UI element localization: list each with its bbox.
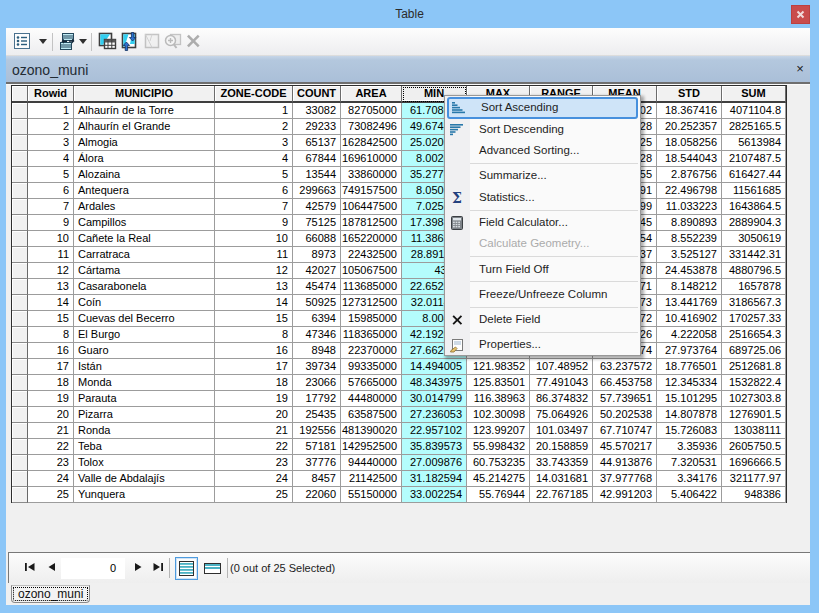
- table-options-dropdown-icon[interactable]: [39, 39, 47, 44]
- cell-std[interactable]: 14.807878: [657, 407, 722, 423]
- menu-item-sort-ascending[interactable]: Sort Ascending: [447, 97, 638, 119]
- cell-area[interactable]: 63587500: [341, 407, 402, 423]
- cell-mean[interactable]: 50.202538: [593, 407, 657, 423]
- row-selector[interactable]: [12, 247, 28, 263]
- row-selector[interactable]: [12, 375, 28, 391]
- cell-sum[interactable]: 1276901.5: [722, 407, 786, 423]
- cell-rowid[interactable]: 22: [28, 439, 74, 455]
- menu-item-field-calculator[interactable]: Field Calculator...: [445, 212, 640, 234]
- cell-municipio[interactable]: Alozaina: [74, 167, 215, 183]
- cell-area[interactable]: 21142500: [341, 471, 402, 487]
- cell-rowid[interactable]: 5: [28, 167, 74, 183]
- cell-mean[interactable]: 57.739651: [593, 391, 657, 407]
- switch-selection-icon[interactable]: [119, 31, 139, 52]
- row-selector[interactable]: [12, 167, 28, 183]
- cell-mean[interactable]: 66.453758: [593, 375, 657, 391]
- cell-std[interactable]: 15.726083: [657, 423, 722, 439]
- cell-count[interactable]: 299663: [293, 183, 341, 199]
- cell-mean[interactable]: 44.913876: [593, 455, 657, 471]
- row-selector[interactable]: [12, 215, 28, 231]
- row-selector[interactable]: [12, 279, 28, 295]
- cell-rowid[interactable]: 23: [28, 455, 74, 471]
- related-tables-dropdown-icon[interactable]: [79, 39, 87, 44]
- column-header-zone-code[interactable]: ZONE-CODE: [215, 86, 293, 103]
- cell-count[interactable]: 39734: [293, 359, 341, 375]
- menu-item-sort-descending[interactable]: Sort Descending: [445, 119, 640, 141]
- cell-zone_code[interactable]: 15: [215, 311, 293, 327]
- cell-count[interactable]: 50925: [293, 295, 341, 311]
- cell-mean[interactable]: 63.237572: [593, 359, 657, 375]
- cell-rowid[interactable]: 20: [28, 407, 74, 423]
- cell-municipio[interactable]: Tolox: [74, 455, 215, 471]
- cell-sum[interactable]: 4880796.5: [722, 263, 786, 279]
- highlight-selected-icon[interactable]: [97, 31, 117, 52]
- row-selector[interactable]: [12, 487, 28, 503]
- row-selector[interactable]: [12, 471, 28, 487]
- menu-item-properties[interactable]: Properties...: [445, 334, 640, 356]
- row-selector[interactable]: [12, 135, 28, 151]
- cell-rowid[interactable]: 6: [28, 183, 74, 199]
- cell-zone_code[interactable]: 25: [215, 487, 293, 503]
- last-record-button[interactable]: [149, 557, 167, 577]
- cell-min[interactable]: 33.002254: [402, 487, 467, 503]
- cell-rowid[interactable]: 17: [28, 359, 74, 375]
- cell-rowid[interactable]: 11: [28, 247, 74, 263]
- cell-zone_code[interactable]: 1: [215, 103, 293, 119]
- table-options-icon[interactable]: [12, 31, 32, 52]
- cell-municipio[interactable]: Yunquera: [74, 487, 215, 503]
- cell-range[interactable]: 75.064926: [530, 407, 593, 423]
- cell-max[interactable]: 55.76944: [467, 487, 530, 503]
- cell-area[interactable]: 82705000: [341, 103, 402, 119]
- column-header-rowid[interactable]: Rowid: [28, 86, 74, 103]
- cell-std[interactable]: 24.453878: [657, 263, 722, 279]
- cell-sum[interactable]: 1657878: [722, 279, 786, 295]
- title-bar[interactable]: Table: [0, 0, 819, 28]
- cell-mean[interactable]: 37.977768: [593, 471, 657, 487]
- cell-min[interactable]: 22.957102: [402, 423, 467, 439]
- cell-area[interactable]: 94440000: [341, 455, 402, 471]
- cell-zone_code[interactable]: 8: [215, 327, 293, 343]
- cell-std[interactable]: 20.252357: [657, 119, 722, 135]
- cell-count[interactable]: 66088: [293, 231, 341, 247]
- cell-std[interactable]: 11.033223: [657, 199, 722, 215]
- cell-zone_code[interactable]: 2: [215, 119, 293, 135]
- cell-count[interactable]: 47346: [293, 327, 341, 343]
- column-header-selector[interactable]: [12, 86, 28, 103]
- cell-std[interactable]: 13.441769: [657, 295, 722, 311]
- cell-min[interactable]: 48.343975: [402, 375, 467, 391]
- cell-area[interactable]: 481390020: [341, 423, 402, 439]
- cell-std[interactable]: 27.973764: [657, 343, 722, 359]
- cell-sum[interactable]: 3050619: [722, 231, 786, 247]
- cell-municipio[interactable]: Cártama: [74, 263, 215, 279]
- cell-zone_code[interactable]: 12: [215, 263, 293, 279]
- cell-municipio[interactable]: Cuevas del Becerro: [74, 311, 215, 327]
- cell-rowid[interactable]: 2: [28, 119, 74, 135]
- cell-rowid[interactable]: 21: [28, 423, 74, 439]
- row-selector[interactable]: [12, 327, 28, 343]
- cell-zone_code[interactable]: 5: [215, 167, 293, 183]
- cell-zone_code[interactable]: 11: [215, 247, 293, 263]
- cell-area[interactable]: 99335000: [341, 359, 402, 375]
- cell-range[interactable]: 20.158859: [530, 439, 593, 455]
- cell-sum[interactable]: 170257.33: [722, 311, 786, 327]
- cell-std[interactable]: 8.552239: [657, 231, 722, 247]
- row-selector[interactable]: [12, 343, 28, 359]
- row-selector[interactable]: [12, 199, 28, 215]
- cell-std[interactable]: 12.345334: [657, 375, 722, 391]
- cell-min[interactable]: 14.494005: [402, 359, 467, 375]
- cell-zone_code[interactable]: 24: [215, 471, 293, 487]
- cell-zone_code[interactable]: 9: [215, 215, 293, 231]
- cell-std[interactable]: 2.876756: [657, 167, 722, 183]
- cell-area[interactable]: 55150000: [341, 487, 402, 503]
- cell-municipio[interactable]: El Burgo: [74, 327, 215, 343]
- cell-zone_code[interactable]: 7: [215, 199, 293, 215]
- cell-count[interactable]: 23066: [293, 375, 341, 391]
- cell-rowid[interactable]: 9: [28, 215, 74, 231]
- cell-sum[interactable]: 321177.97: [722, 471, 786, 487]
- cell-rowid[interactable]: 7: [28, 199, 74, 215]
- cell-municipio[interactable]: Istán: [74, 359, 215, 375]
- cell-sum[interactable]: 3186567.3: [722, 295, 786, 311]
- cell-municipio[interactable]: Almogia: [74, 135, 215, 151]
- cell-zone_code[interactable]: 14: [215, 295, 293, 311]
- cell-std[interactable]: 7.320531: [657, 455, 722, 471]
